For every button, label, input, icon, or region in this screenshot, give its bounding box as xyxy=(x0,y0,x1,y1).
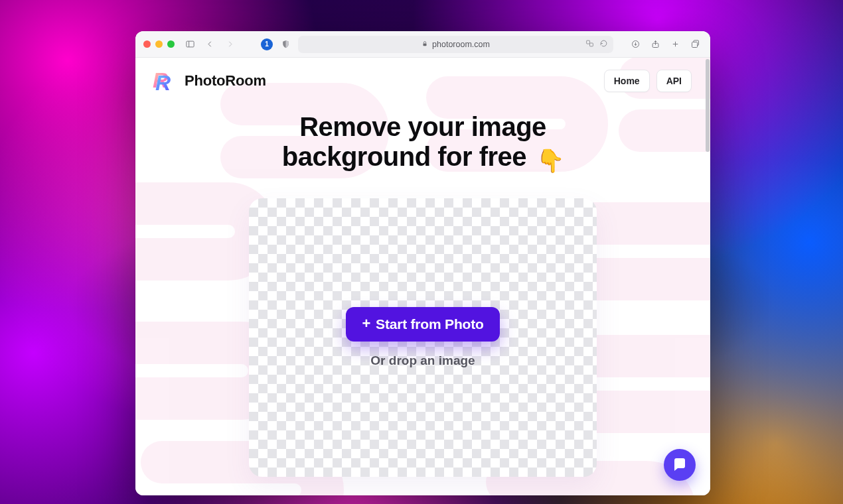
svg-rect-0 xyxy=(186,41,193,47)
chat-widget-button[interactable] xyxy=(664,449,696,481)
svg-rect-11 xyxy=(692,42,697,47)
onepassword-icon[interactable]: 1 xyxy=(261,38,273,50)
window-maximize-button[interactable] xyxy=(167,40,175,48)
address-bar[interactable]: photoroom.com xyxy=(298,36,613,53)
top-nav: Home API xyxy=(604,70,692,92)
address-text: photoroom.com xyxy=(432,40,490,49)
chat-icon xyxy=(672,457,688,473)
hero-heading: Remove your image background for free 👇 xyxy=(282,112,564,173)
privacy-shield-icon[interactable] xyxy=(278,37,293,52)
svg-rect-2 xyxy=(423,43,427,46)
brand[interactable]: RR PhotoRoom xyxy=(154,70,266,92)
start-from-photo-button[interactable]: + Start from Photo xyxy=(346,307,499,342)
nav-forward-icon[interactable] xyxy=(222,37,237,52)
sidebar-toggle-icon[interactable] xyxy=(183,37,197,52)
reload-icon[interactable] xyxy=(599,39,608,50)
window-controls xyxy=(143,40,175,48)
translate-icon[interactable] xyxy=(585,39,594,50)
lock-icon xyxy=(422,40,428,49)
hero-line2: background for free xyxy=(282,142,526,171)
nav-back-icon[interactable] xyxy=(202,37,217,52)
brand-name: PhotoRoom xyxy=(185,72,266,90)
point-down-icon: 👇 xyxy=(536,148,564,173)
browser-window: 1 photoroom.com xyxy=(135,31,710,495)
upload-dropzone[interactable]: + Start from Photo Or drop an image xyxy=(249,198,597,477)
hero-line1: Remove your image xyxy=(299,112,546,141)
window-close-button[interactable] xyxy=(143,40,151,48)
window-minimize-button[interactable] xyxy=(155,40,163,48)
brand-logo-icon: RR xyxy=(154,70,177,92)
start-button-label: Start from Photo xyxy=(376,316,483,332)
hero: Remove your image background for free 👇 xyxy=(135,97,710,173)
browser-titlebar: 1 photoroom.com xyxy=(135,31,710,58)
site-header: RR PhotoRoom Home API xyxy=(135,58,710,97)
svg-rect-4 xyxy=(590,42,593,46)
svg-rect-3 xyxy=(587,40,590,44)
page-content: RR PhotoRoom Home API Remove your image … xyxy=(135,58,710,495)
downloads-icon[interactable] xyxy=(628,37,643,52)
tabs-overview-icon[interactable] xyxy=(688,37,702,52)
nav-api[interactable]: API xyxy=(656,70,692,92)
new-tab-icon[interactable] xyxy=(668,37,682,52)
drop-hint: Or drop an image xyxy=(370,353,475,368)
nav-home[interactable]: Home xyxy=(604,70,650,92)
share-icon[interactable] xyxy=(648,37,662,52)
